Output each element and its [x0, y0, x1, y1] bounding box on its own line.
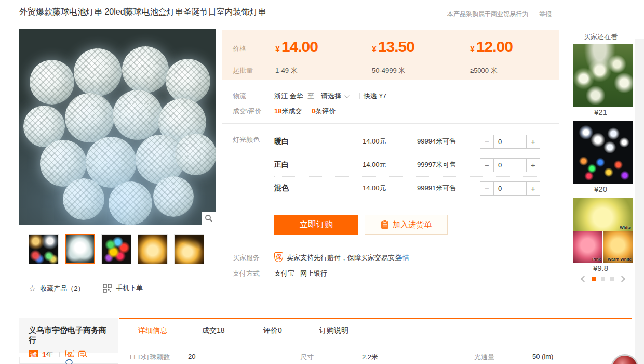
payment-label: 支付方式 — [233, 269, 260, 278]
guarantee-detail-link[interactable]: 详情 — [396, 253, 409, 263]
tier-price: 13.50 — [378, 38, 414, 55]
rose-pink-photo: Pink — [573, 231, 602, 263]
order-now-button[interactable]: 立即订购 — [274, 215, 358, 235]
express-fee: 快递 ¥7 — [364, 92, 386, 101]
page-title: 外贸爆款藤球电池灯串 20led藤球电池盒灯串圣诞节日室内装饰灯串 — [19, 7, 266, 18]
minus-button[interactable]: − — [480, 181, 494, 196]
quantity-stepper: − + — [480, 158, 540, 172]
currency-symbol: ¥ — [275, 45, 280, 54]
plus-button[interactable]: + — [526, 181, 540, 196]
product-page: 外贸爆款藤球电池灯串 20led藤球电池盒灯串圣诞节日室内装饰灯串 本产品采购属… — [0, 0, 644, 364]
quantity-stepper: − + — [480, 135, 540, 149]
page-dot-2[interactable] — [601, 277, 605, 281]
guarantee-text: 卖家支持先行赔付，保障买家交易安全 — [287, 253, 401, 263]
favorite-label: 收藏产品（2） — [40, 284, 84, 293]
ship-origin: 浙江 金华 — [274, 92, 303, 101]
thumbnail-4[interactable] — [138, 234, 168, 264]
seller-contact-card[interactable] — [19, 357, 118, 364]
guarantee-shield-icon: 保 — [274, 252, 283, 262]
stats-label: 成交\评价 — [233, 107, 262, 116]
price-tier-3: ¥12.00 — [470, 38, 513, 56]
add-to-cart-label: 加入进货单 — [393, 220, 432, 230]
sku-price: 14.00元 — [363, 184, 417, 193]
thumbnail-3[interactable] — [101, 234, 131, 264]
deals-link[interactable]: 18米成交 — [274, 107, 302, 116]
qty-input[interactable] — [494, 135, 526, 149]
thumbnail-1[interactable] — [29, 234, 59, 264]
related-item-1-image[interactable] — [573, 44, 633, 107]
payment-method-bank: 网上银行 — [300, 269, 327, 278]
sku-row-mixed-color: 混色 14.00元 99991米可售 − + — [274, 177, 540, 200]
rose-label-pink: Pink — [592, 257, 601, 262]
attr-value-led-count: 20 — [188, 353, 195, 360]
chevron-down-icon — [344, 93, 350, 98]
min-qty-label: 起批量 — [233, 66, 253, 75]
sidebar-pagination — [573, 277, 633, 281]
thumbnail-2-selected[interactable] — [65, 234, 95, 264]
tab-deals[interactable]: 成交18 — [202, 326, 225, 335]
seller-card: 义乌市宇岱电子商务商行 诚 1年 保 — [19, 318, 118, 353]
sku-name: 混色 — [274, 184, 363, 193]
mobile-order-button[interactable]: 手机下单 — [103, 283, 143, 293]
tab-order-notes[interactable]: 订购说明 — [319, 326, 348, 335]
add-to-cart-button[interactable]: 加入进货单 — [365, 215, 448, 235]
sku-name: 暖白 — [274, 137, 363, 146]
rose-label-white: White — [620, 225, 631, 230]
related-item-1-price: ¥21 — [569, 108, 633, 116]
magnifier-icon — [205, 214, 213, 223]
destination-select[interactable]: 请选择 — [321, 92, 348, 101]
price-tier-1: ¥14.00 — [275, 38, 318, 56]
tab-detail-info[interactable]: 详细信息 — [138, 326, 167, 335]
tab-reviews[interactable]: 评价0 — [263, 326, 282, 335]
image-zoom-button[interactable] — [202, 212, 216, 225]
tier-price: 14.00 — [281, 38, 318, 55]
destination-value: 请选择 — [321, 92, 341, 100]
sku-row-pure-white: 正白 14.00元 99997米可售 − + — [274, 153, 540, 177]
reviews-link[interactable]: 0条评价 — [312, 107, 336, 116]
tier-qty-2: 50-4999 米 — [372, 66, 405, 75]
rose-label-warm-white: Warm White — [608, 257, 632, 262]
qty-input[interactable] — [494, 158, 526, 172]
main-product-image[interactable] — [19, 29, 216, 225]
qr-code-icon — [103, 284, 112, 293]
tier-qty-1: 1-49 米 — [275, 66, 298, 75]
sku-stock: 99997米可售 — [417, 160, 479, 170]
detail-tabbar: 详细信息 成交18 评价0 订购说明 — [119, 318, 632, 342]
sku-price: 14.00元 — [363, 160, 417, 170]
next-page-icon[interactable] — [619, 276, 625, 282]
trade-notice: 本产品采购属于商业贸易行为 — [447, 10, 528, 19]
reviews-suffix: 条评价 — [315, 107, 336, 115]
page-dot-1-active[interactable] — [592, 277, 596, 281]
attr-label-luminous-flux: 光通量 — [474, 353, 494, 362]
rose-white-photo: White — [573, 198, 633, 231]
prev-page-icon[interactable] — [581, 276, 587, 282]
logistics-label: 物流 — [233, 92, 246, 101]
rose-warmwhite-photo: Warm White — [603, 231, 633, 263]
attr-label-size: 尺寸 — [300, 353, 314, 362]
ship-to-word: 至 — [307, 92, 314, 101]
page-dot-3[interactable] — [610, 277, 614, 281]
report-link[interactable]: 举报 — [539, 10, 552, 19]
related-item-2-price: ¥20 — [569, 185, 633, 193]
sku-price: 14.00元 — [363, 137, 417, 146]
plus-button[interactable]: + — [526, 135, 540, 149]
plus-button[interactable]: + — [526, 158, 540, 172]
sku-name: 正白 — [274, 160, 363, 170]
price-tier-2: ¥13.50 — [372, 38, 414, 56]
sidebar-title-text: 买家还在看 — [581, 32, 621, 42]
related-item-3-image[interactable]: White Pink Warm White — [573, 198, 633, 263]
page-gutter — [635, 39, 644, 364]
related-item-2-image[interactable] — [573, 121, 633, 184]
minus-button[interactable]: − — [480, 135, 494, 149]
seller-name-link[interactable]: 义乌市宇岱电子商务商行 — [29, 326, 109, 345]
tier-price: 12.00 — [476, 38, 513, 55]
wangwang-contact-icon — [65, 358, 73, 364]
currency-symbol: ¥ — [372, 45, 377, 54]
sidebar-title: 买家还在看 — [569, 32, 633, 42]
favorite-product-button[interactable]: ☆ 收藏产品（2） — [29, 283, 85, 293]
sku-section-label: 灯光颜色 — [233, 135, 260, 145]
currency-symbol: ¥ — [470, 45, 475, 54]
minus-button[interactable]: − — [480, 158, 494, 172]
qty-input[interactable] — [494, 181, 526, 196]
thumbnail-5[interactable] — [174, 234, 204, 264]
